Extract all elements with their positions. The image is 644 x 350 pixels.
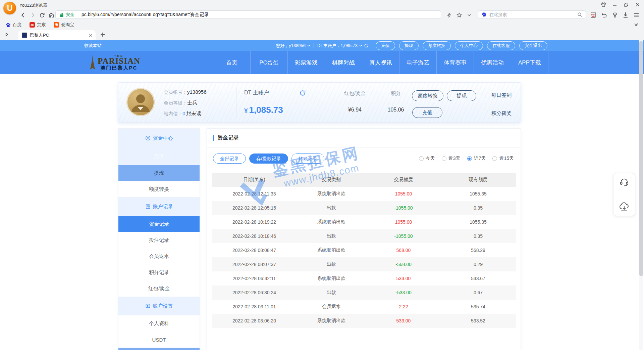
sidebar-item-bet-records[interactable]: 投注记录: [118, 232, 200, 248]
bookmark-item[interactable]: 淘爱淘宝: [54, 22, 74, 28]
sidebar-group-account-records[interactable]: 账户记录: [118, 197, 200, 216]
bookmark-item[interactable]: 百度: [5, 22, 21, 28]
theme-icon[interactable]: [600, 1, 607, 8]
nav-menu-item[interactable]: 体育赛事: [436, 51, 474, 74]
nav-menu-item[interactable]: 优惠活动: [474, 51, 511, 74]
customer-service-icon[interactable]: [619, 177, 629, 186]
date-range-radio[interactable]: 今天: [419, 156, 435, 162]
sidebar-item-withdraw[interactable]: 提现: [118, 165, 200, 181]
transfer-quota-button[interactable]: 额度转换: [412, 90, 443, 101]
sidebar-toggle-icon[interactable]: [4, 32, 9, 37]
sidebar-group-account-settings[interactable]: 账户设置: [118, 297, 200, 315]
sidebar-item-bonus[interactable]: 红包/奖金: [118, 280, 200, 297]
bookmark-star-icon[interactable]: [455, 11, 463, 19]
cell-amount: 533.00: [367, 276, 440, 281]
sidebar-item-fund-records[interactable]: 资金记录: [118, 216, 200, 232]
nav-menu-item[interactable]: 真人视讯: [362, 51, 399, 74]
radio-icon: [467, 156, 472, 161]
bookmark-item[interactable]: JD京东: [30, 22, 46, 28]
topbar-button[interactable]: 安全退出: [519, 41, 547, 50]
table-row: 2022-02-28 12:05:15出款-1055.000.35: [212, 201, 516, 215]
new-tab-icon[interactable]: [100, 32, 105, 37]
nav-menu-item[interactable]: PC蛋蛋: [250, 51, 287, 74]
withdraw-button[interactable]: 提现: [447, 90, 476, 101]
date-range-radio[interactable]: 近15天: [492, 156, 514, 162]
url-bar[interactable]: 安全 pc.blryl6.com/#/personal/accountLog?t…: [55, 10, 441, 19]
cleaner-icon[interactable]: [611, 11, 619, 19]
topbar-button[interactable]: 充值: [376, 41, 395, 50]
filter-pills: 全部记录存/提款记录转账记录: [213, 154, 324, 164]
radio-icon: [419, 156, 424, 161]
inbox-row[interactable]: 站内信：0封未读: [164, 108, 207, 119]
bookmarks-collapse-icon[interactable]: [634, 23, 638, 27]
favorite-site-link[interactable]: 收藏本站: [80, 40, 106, 51]
floating-toolbar: [613, 173, 635, 216]
sidebar-group-funds-center[interactable]: ¥资金中心: [118, 129, 200, 147]
close-button[interactable]: [634, 1, 641, 8]
sidebar-item-member-rebate[interactable]: 会员返水: [118, 248, 200, 264]
nav-menu-item[interactable]: 棋牌对战: [325, 51, 362, 74]
restore-button[interactable]: [623, 1, 630, 8]
sidebar-label: 提现: [154, 170, 164, 176]
search-box[interactable]: 在此搜索: [478, 10, 586, 19]
baidu-icon: [482, 12, 487, 17]
cell-amount: -1055.00: [367, 205, 440, 211]
filter-deposit-withdraw[interactable]: 存/提款记录: [249, 154, 288, 164]
search-icon[interactable]: [577, 12, 582, 17]
topbar-button[interactable]: 提现: [399, 41, 419, 50]
avatar: [126, 88, 155, 116]
sidebar-item-quota-transfer[interactable]: 额度转换: [118, 181, 200, 197]
wallet-refresh-icon[interactable]: [299, 90, 306, 96]
cloud-download-icon[interactable]: [619, 202, 630, 212]
forward-icon[interactable]: [29, 11, 36, 19]
sidebar-item-deposit[interactable]: 充值: [118, 147, 200, 165]
home-icon[interactable]: [48, 11, 55, 19]
cell-date: 2022-02-28 12:11:33: [212, 191, 296, 196]
date-range-radio[interactable]: 近3天: [442, 156, 461, 162]
undo-icon[interactable]: [600, 11, 608, 19]
menu-icon[interactable]: [633, 11, 640, 19]
flash-icon[interactable]: [445, 11, 453, 19]
table-row: 2022-02-28 03:06:20系统取消出款533.00533.52: [212, 314, 516, 328]
nav-menu-item[interactable]: 电子游艺: [399, 51, 436, 74]
title-accent-bar: [213, 135, 214, 141]
deposit-button[interactable]: 充值: [412, 107, 442, 118]
urlbar-chevron-icon[interactable]: [466, 11, 473, 19]
refresh-icon[interactable]: [38, 11, 46, 19]
cell-type: 会员返水: [296, 304, 367, 310]
table-row: 2022-02-28 10:19:22系统取消出款1055.001055.35: [212, 215, 516, 229]
nav-menu-item[interactable]: 彩票游戏: [287, 51, 325, 74]
table-row: 2022-02-28 08:08:47系统取消出款568.00568.29: [212, 243, 516, 257]
sidebar-item-usdt[interactable]: USDT: [118, 332, 200, 348]
back-icon[interactable]: [19, 11, 27, 19]
scrollbar-thumb[interactable]: [639, 41, 643, 276]
download-icon[interactable]: [622, 11, 629, 19]
topbar-button[interactable]: 在线客服: [487, 41, 515, 50]
cell-date: 2022-02-28 06:32:11: [212, 276, 296, 281]
site-logo[interactable]: THE PARISIAN 澳门巴黎人PC: [89, 54, 140, 71]
minimize-button[interactable]: [611, 1, 619, 8]
points-lottery-link[interactable]: 积分摇奖: [491, 110, 512, 117]
pdf-icon[interactable]: PDF: [590, 11, 597, 19]
sidebar: ¥资金中心充值提现额度转换账户记录资金记录投注记录会员返水积分记录红包/奖金账户…: [118, 128, 200, 350]
browser-tab[interactable]: 巴黎人PC: [18, 30, 96, 40]
nav-menu-item[interactable]: 首页: [213, 51, 250, 74]
date-range-radio[interactable]: 近7天: [467, 156, 486, 162]
daily-checkin-link[interactable]: 每日签到: [491, 92, 512, 98]
user-greeting[interactable]: 您好，y138956: [276, 43, 310, 49]
topbar-button[interactable]: 个人中心: [455, 41, 483, 50]
topbar-button[interactable]: 额度转换: [423, 41, 451, 50]
sidebar-item-personal-info[interactable]: 个人资料: [118, 315, 200, 332]
column-header: 日期(美东): [212, 177, 296, 183]
taobao-icon: 淘: [54, 22, 59, 28]
floating-divider: [617, 194, 631, 194]
cell-amount: 1055.00: [367, 191, 440, 196]
tab-close-icon[interactable]: [89, 34, 92, 37]
scrollbar-track[interactable]: [639, 40, 643, 350]
card-inner-divider: [355, 93, 355, 112]
sidebar-item-points-records[interactable]: 积分记录: [118, 264, 200, 280]
main-account[interactable]: DT主账户：1,085.73: [317, 43, 369, 49]
filter-transfer[interactable]: 转账记录: [291, 154, 324, 164]
filter-all[interactable]: 全部记录: [213, 154, 246, 164]
nav-menu-item[interactable]: APP下载: [511, 51, 548, 74]
